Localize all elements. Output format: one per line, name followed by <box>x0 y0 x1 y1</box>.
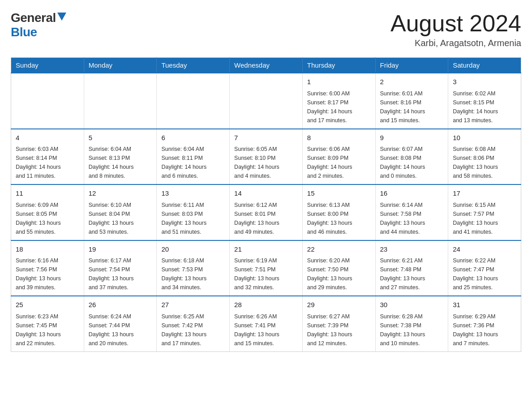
page-header: General Blue August 2024 Karbi, Aragatso… <box>11 11 521 48</box>
calendar-cell: 27Sunrise: 6:25 AMSunset: 7:42 PMDayligh… <box>157 296 230 351</box>
day-number: 11 <box>16 188 79 199</box>
calendar-cell: 22Sunrise: 6:20 AMSunset: 7:50 PMDayligh… <box>302 240 375 296</box>
calendar-cell: 19Sunrise: 6:17 AMSunset: 7:54 PMDayligh… <box>84 240 157 296</box>
calendar-cell: 1Sunrise: 6:00 AMSunset: 8:17 PMDaylight… <box>302 73 375 129</box>
calendar-cell: 23Sunrise: 6:21 AMSunset: 7:48 PMDayligh… <box>375 240 448 296</box>
calendar-cell: 8Sunrise: 6:06 AMSunset: 8:09 PMDaylight… <box>302 129 375 185</box>
day-number: 4 <box>16 133 79 143</box>
calendar-cell: 28Sunrise: 6:26 AMSunset: 7:41 PMDayligh… <box>230 296 303 351</box>
calendar-header-row: SundayMondayTuesdayWednesdayThursdayFrid… <box>11 58 521 73</box>
day-number: 9 <box>380 133 444 143</box>
day-number: 10 <box>453 133 516 143</box>
day-info: Sunrise: 6:28 AMSunset: 7:38 PMDaylight:… <box>380 312 444 348</box>
calendar-cell: 6Sunrise: 6:04 AMSunset: 8:11 PMDaylight… <box>157 129 230 185</box>
calendar-cell: 31Sunrise: 6:29 AMSunset: 7:36 PMDayligh… <box>448 296 521 351</box>
calendar-cell: 18Sunrise: 6:16 AMSunset: 7:56 PMDayligh… <box>11 240 84 296</box>
calendar-cell: 21Sunrise: 6:19 AMSunset: 7:51 PMDayligh… <box>230 240 303 296</box>
weekday-header-saturday: Saturday <box>448 58 521 73</box>
day-number: 2 <box>380 77 444 87</box>
calendar-table: SundayMondayTuesdayWednesdayThursdayFrid… <box>11 57 521 352</box>
calendar-cell: 29Sunrise: 6:27 AMSunset: 7:39 PMDayligh… <box>302 296 375 351</box>
day-info: Sunrise: 6:06 AMSunset: 8:09 PMDaylight:… <box>307 145 371 180</box>
day-number: 25 <box>16 300 79 310</box>
day-info: Sunrise: 6:21 AMSunset: 7:48 PMDaylight:… <box>380 256 444 292</box>
location-text: Karbi, Aragatsotn, Armenia <box>390 38 521 48</box>
day-info: Sunrise: 6:13 AMSunset: 8:00 PMDaylight:… <box>307 201 371 236</box>
calendar-cell: 10Sunrise: 6:08 AMSunset: 8:06 PMDayligh… <box>448 129 521 185</box>
calendar-cell: 4Sunrise: 6:03 AMSunset: 8:14 PMDaylight… <box>11 129 84 185</box>
calendar-cell: 14Sunrise: 6:12 AMSunset: 8:01 PMDayligh… <box>230 184 303 240</box>
day-info: Sunrise: 6:17 AMSunset: 7:54 PMDaylight:… <box>89 256 152 292</box>
day-info: Sunrise: 6:07 AMSunset: 8:08 PMDaylight:… <box>380 145 444 180</box>
day-number: 6 <box>161 133 225 143</box>
calendar-cell: 20Sunrise: 6:18 AMSunset: 7:53 PMDayligh… <box>157 240 230 296</box>
calendar-cell: 7Sunrise: 6:05 AMSunset: 8:10 PMDaylight… <box>230 129 303 185</box>
day-info: Sunrise: 6:11 AMSunset: 8:03 PMDaylight:… <box>161 201 225 236</box>
calendar-cell: 13Sunrise: 6:11 AMSunset: 8:03 PMDayligh… <box>157 184 230 240</box>
day-number: 28 <box>234 300 298 310</box>
day-number: 27 <box>161 300 225 310</box>
weekday-header-tuesday: Tuesday <box>157 58 230 73</box>
calendar-cell: 24Sunrise: 6:22 AMSunset: 7:47 PMDayligh… <box>448 240 521 296</box>
day-number: 15 <box>307 188 371 199</box>
calendar-cell: 15Sunrise: 6:13 AMSunset: 8:00 PMDayligh… <box>302 184 375 240</box>
calendar-cell <box>84 73 157 129</box>
day-info: Sunrise: 6:12 AMSunset: 8:01 PMDaylight:… <box>234 201 298 236</box>
calendar-cell: 9Sunrise: 6:07 AMSunset: 8:08 PMDaylight… <box>375 129 448 185</box>
day-number: 16 <box>380 188 444 199</box>
day-info: Sunrise: 6:29 AMSunset: 7:36 PMDaylight:… <box>453 312 516 348</box>
day-info: Sunrise: 6:20 AMSunset: 7:50 PMDaylight:… <box>307 256 371 292</box>
weekday-header-monday: Monday <box>84 58 157 73</box>
calendar-cell: 5Sunrise: 6:04 AMSunset: 8:13 PMDaylight… <box>84 129 157 185</box>
day-number: 13 <box>161 188 225 199</box>
day-info: Sunrise: 6:27 AMSunset: 7:39 PMDaylight:… <box>307 312 371 348</box>
calendar-week-row: 1Sunrise: 6:00 AMSunset: 8:17 PMDaylight… <box>11 73 521 129</box>
day-info: Sunrise: 6:15 AMSunset: 7:57 PMDaylight:… <box>453 201 516 236</box>
logo-triangle-icon <box>57 13 66 21</box>
calendar-week-row: 11Sunrise: 6:09 AMSunset: 8:05 PMDayligh… <box>11 184 521 240</box>
day-info: Sunrise: 6:04 AMSunset: 8:11 PMDaylight:… <box>161 145 225 180</box>
day-info: Sunrise: 6:08 AMSunset: 8:06 PMDaylight:… <box>453 145 516 180</box>
calendar-cell: 30Sunrise: 6:28 AMSunset: 7:38 PMDayligh… <box>375 296 448 351</box>
day-number: 17 <box>453 188 516 199</box>
calendar-cell: 11Sunrise: 6:09 AMSunset: 8:05 PMDayligh… <box>11 184 84 240</box>
day-number: 26 <box>89 300 152 310</box>
day-number: 20 <box>161 244 225 255</box>
day-info: Sunrise: 6:01 AMSunset: 8:16 PMDaylight:… <box>380 89 444 125</box>
title-area: August 2024 Karbi, Aragatsotn, Armenia <box>390 11 521 48</box>
calendar-week-row: 18Sunrise: 6:16 AMSunset: 7:56 PMDayligh… <box>11 240 521 296</box>
day-info: Sunrise: 6:03 AMSunset: 8:14 PMDaylight:… <box>16 145 79 180</box>
day-number: 7 <box>234 133 298 143</box>
weekday-header-sunday: Sunday <box>11 58 84 73</box>
day-number: 8 <box>307 133 371 143</box>
day-info: Sunrise: 6:18 AMSunset: 7:53 PMDaylight:… <box>161 256 225 292</box>
day-number: 18 <box>16 244 79 255</box>
calendar-cell <box>157 73 230 129</box>
day-info: Sunrise: 6:05 AMSunset: 8:10 PMDaylight:… <box>234 145 298 180</box>
day-number: 5 <box>89 133 152 143</box>
day-info: Sunrise: 6:14 AMSunset: 7:58 PMDaylight:… <box>380 201 444 236</box>
day-info: Sunrise: 6:09 AMSunset: 8:05 PMDaylight:… <box>16 201 79 236</box>
day-info: Sunrise: 6:00 AMSunset: 8:17 PMDaylight:… <box>307 89 371 125</box>
logo-blue-text: Blue <box>11 25 37 39</box>
calendar-cell: 2Sunrise: 6:01 AMSunset: 8:16 PMDaylight… <box>375 73 448 129</box>
day-number: 29 <box>307 300 371 310</box>
day-number: 22 <box>307 244 371 255</box>
calendar-cell: 12Sunrise: 6:10 AMSunset: 8:04 PMDayligh… <box>84 184 157 240</box>
calendar-cell: 17Sunrise: 6:15 AMSunset: 7:57 PMDayligh… <box>448 184 521 240</box>
calendar-cell <box>230 73 303 129</box>
day-info: Sunrise: 6:10 AMSunset: 8:04 PMDaylight:… <box>89 201 152 236</box>
month-title: August 2024 <box>390 11 521 36</box>
calendar-cell: 26Sunrise: 6:24 AMSunset: 7:44 PMDayligh… <box>84 296 157 351</box>
calendar-cell <box>11 73 84 129</box>
logo: General Blue <box>11 11 66 39</box>
calendar-cell: 3Sunrise: 6:02 AMSunset: 8:15 PMDaylight… <box>448 73 521 129</box>
weekday-header-thursday: Thursday <box>302 58 375 73</box>
day-info: Sunrise: 6:19 AMSunset: 7:51 PMDaylight:… <box>234 256 298 292</box>
day-number: 19 <box>89 244 152 255</box>
day-number: 3 <box>453 77 516 87</box>
logo-general-text: General <box>11 11 56 25</box>
day-info: Sunrise: 6:22 AMSunset: 7:47 PMDaylight:… <box>453 256 516 292</box>
day-info: Sunrise: 6:16 AMSunset: 7:56 PMDaylight:… <box>16 256 79 292</box>
day-info: Sunrise: 6:23 AMSunset: 7:45 PMDaylight:… <box>16 312 79 348</box>
